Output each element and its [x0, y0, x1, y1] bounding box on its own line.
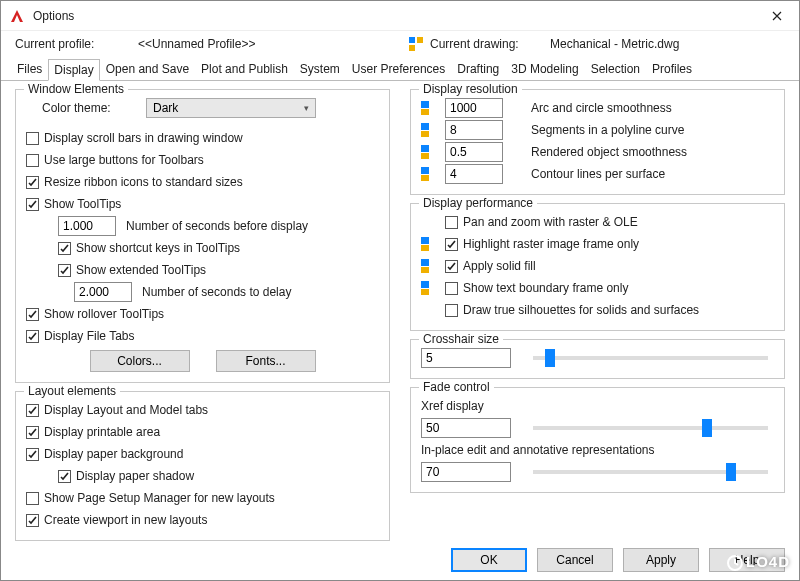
help-button[interactable]: Help — [709, 548, 785, 572]
display-layout-tabs-checkbox[interactable] — [26, 404, 39, 417]
display-paper-bg-checkbox[interactable] — [26, 448, 39, 461]
apply-button[interactable]: Apply — [623, 548, 699, 572]
highlight-raster-label: Highlight raster image frame only — [463, 237, 639, 251]
display-scroll-bars-checkbox[interactable] — [26, 132, 39, 145]
slider-thumb[interactable] — [702, 419, 712, 437]
rendered-input[interactable] — [445, 142, 503, 162]
inplace-slider[interactable] — [533, 470, 768, 474]
display-performance-title: Display performance — [419, 196, 537, 210]
arc-input[interactable] — [445, 98, 503, 118]
resize-ribbon-checkbox[interactable] — [26, 176, 39, 189]
fonts-button[interactable]: Fonts... — [216, 350, 316, 372]
display-printable-row: Display printable area — [26, 422, 379, 442]
display-paper-shadow-checkbox[interactable] — [58, 470, 71, 483]
rendered-label: Rendered object smoothness — [531, 145, 687, 159]
use-large-buttons-checkbox[interactable] — [26, 154, 39, 167]
crosshair-group: Crosshair size — [410, 339, 785, 379]
xref-input[interactable] — [421, 418, 511, 438]
show-shortcut-label: Show shortcut keys in ToolTips — [76, 241, 240, 255]
svg-rect-7 — [421, 145, 429, 152]
svg-rect-3 — [421, 101, 429, 108]
show-page-setup-row: Show Page Setup Manager for new layouts — [26, 488, 379, 508]
color-theme-select[interactable]: Dark ▾ — [146, 98, 316, 118]
current-profile-label: Current profile: — [15, 37, 138, 51]
display-performance-group: Display performance Pan and zoom with ra… — [410, 203, 785, 331]
svg-rect-14 — [421, 267, 429, 273]
tab-open-and-save[interactable]: Open and Save — [100, 58, 195, 80]
show-shortcut-checkbox[interactable] — [58, 242, 71, 255]
colors-button[interactable]: Colors... — [90, 350, 190, 372]
contour-row: Contour lines per surface — [421, 164, 774, 184]
tabs: Files Display Open and Save Plot and Pub… — [1, 55, 799, 81]
tab-files[interactable]: Files — [11, 58, 48, 80]
inplace-label-row: In-place edit and annotative representat… — [421, 440, 774, 460]
apply-solid-checkbox[interactable] — [445, 260, 458, 273]
segments-input[interactable] — [445, 120, 503, 140]
draw-silhouettes-checkbox[interactable] — [445, 304, 458, 317]
crosshair-input[interactable] — [421, 348, 511, 368]
apply-solid-row: Apply solid fill — [421, 256, 774, 276]
crosshair-slider[interactable] — [533, 356, 768, 360]
xref-slider[interactable] — [533, 426, 768, 430]
display-paper-shadow-label: Display paper shadow — [76, 469, 194, 483]
show-page-setup-checkbox[interactable] — [26, 492, 39, 505]
display-layout-tabs-label: Display Layout and Model tabs — [44, 403, 208, 417]
tab-drafting[interactable]: Drafting — [451, 58, 505, 80]
pan-zoom-checkbox[interactable] — [445, 216, 458, 229]
show-rollover-row: Show rollover ToolTips — [26, 304, 379, 324]
create-viewport-row: Create viewport in new layouts — [26, 510, 379, 530]
slider-thumb[interactable] — [726, 463, 736, 481]
arc-label: Arc and circle smoothness — [531, 101, 672, 115]
footer: OK Cancel Apply Help — [1, 542, 799, 580]
layout-elements-group: Layout elements Display Layout and Model… — [15, 391, 390, 541]
contour-input[interactable] — [445, 164, 503, 184]
crosshair-row — [421, 348, 774, 368]
show-extended-label: Show extended ToolTips — [76, 263, 206, 277]
show-extended-checkbox[interactable] — [58, 264, 71, 277]
svg-rect-5 — [421, 123, 429, 130]
titlebar: Options — [1, 1, 799, 31]
close-icon — [772, 11, 782, 21]
file-config-icon — [421, 281, 439, 295]
fade-control-group: Fade control Xref display In-place edit … — [410, 387, 785, 493]
display-printable-checkbox[interactable] — [26, 426, 39, 439]
tab-3d-modeling[interactable]: 3D Modeling — [505, 58, 584, 80]
highlight-raster-row: Highlight raster image frame only — [421, 234, 774, 254]
svg-rect-13 — [421, 259, 429, 266]
file-config-icon — [421, 145, 439, 159]
tab-profiles[interactable]: Profiles — [646, 58, 698, 80]
slider-thumb[interactable] — [545, 349, 555, 367]
create-viewport-checkbox[interactable] — [26, 514, 39, 527]
text-boundary-label: Show text boundary frame only — [463, 281, 628, 295]
file-config-icon — [421, 167, 439, 181]
pan-zoom-label: Pan and zoom with raster & OLE — [463, 215, 638, 229]
tab-system[interactable]: System — [294, 58, 346, 80]
show-tooltips-checkbox[interactable] — [26, 198, 39, 211]
seg-row: Segments in a polyline curve — [421, 120, 774, 140]
large-buttons-row: Use large buttons for Toolbars — [26, 150, 379, 170]
text-boundary-checkbox[interactable] — [445, 282, 458, 295]
highlight-raster-checkbox[interactable] — [445, 238, 458, 251]
window-title: Options — [33, 9, 763, 23]
ok-button[interactable]: OK — [451, 548, 527, 572]
secs-before-label: Number of seconds before display — [126, 219, 308, 233]
cancel-button[interactable]: Cancel — [537, 548, 613, 572]
secs-before-input[interactable] — [58, 216, 116, 236]
tab-display[interactable]: Display — [48, 59, 99, 81]
close-button[interactable] — [763, 2, 791, 30]
display-printable-label: Display printable area — [44, 425, 160, 439]
inplace-input[interactable] — [421, 462, 511, 482]
tab-selection[interactable]: Selection — [585, 58, 646, 80]
show-rollover-checkbox[interactable] — [26, 308, 39, 321]
tab-plot-and-publish[interactable]: Plot and Publish — [195, 58, 294, 80]
display-file-tabs-checkbox[interactable] — [26, 330, 39, 343]
arc-row: Arc and circle smoothness — [421, 98, 774, 118]
svg-rect-10 — [421, 175, 429, 181]
tab-user-preferences[interactable]: User Preferences — [346, 58, 451, 80]
secs-delay-input[interactable] — [74, 282, 132, 302]
drawing-icon — [408, 36, 424, 52]
resize-ribbon-row: Resize ribbon icons to standard sizes — [26, 172, 379, 192]
fade-control-title: Fade control — [419, 380, 494, 394]
display-file-tabs-label: Display File Tabs — [44, 329, 134, 343]
svg-rect-4 — [421, 109, 429, 115]
